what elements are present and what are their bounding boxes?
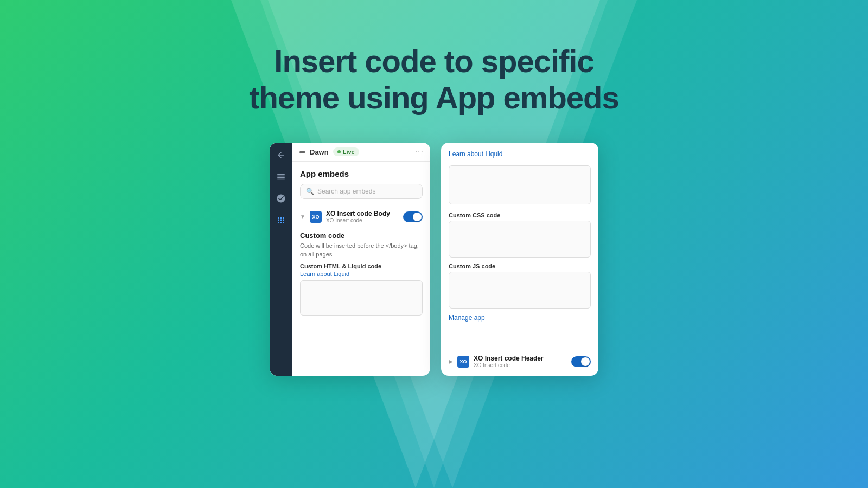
dots-menu[interactable]: ··· bbox=[415, 147, 424, 157]
theme-name: Dawn bbox=[310, 148, 329, 156]
liquid-code-area[interactable] bbox=[449, 165, 591, 204]
card-header: ⬅ Dawn Live ··· bbox=[292, 143, 430, 162]
live-badge: Live bbox=[333, 147, 359, 156]
custom-code-desc: Code will be inserted before the </body>… bbox=[300, 242, 423, 259]
sidebar bbox=[270, 143, 292, 376]
css-label: Custom CSS code bbox=[449, 212, 591, 219]
learn-liquid-link[interactable]: Learn about Liquid bbox=[300, 271, 423, 277]
cards-container: ⬅ Dawn Live ··· App embeds 🔍 Search app … bbox=[270, 143, 598, 376]
main-heading: Insert code to specific theme using App … bbox=[249, 43, 619, 115]
app-embeds-title: App embeds bbox=[300, 169, 423, 178]
top-learn-liquid-link[interactable]: Learn about Liquid bbox=[449, 150, 591, 158]
search-bar[interactable]: 🔍 Search app embeds bbox=[300, 184, 423, 199]
bottom-chevron-icon: ▶ bbox=[449, 358, 453, 364]
embed-app-icon: XO bbox=[310, 211, 322, 223]
custom-html-label: Custom HTML & Liquid code bbox=[300, 263, 423, 269]
embed-name: XO Insert code Body bbox=[326, 210, 399, 217]
live-dot bbox=[337, 150, 341, 153]
bottom-embed-app-icon: XO bbox=[457, 356, 469, 368]
manage-app-link[interactable]: Manage app bbox=[449, 314, 591, 322]
left-card-content: App embeds 🔍 Search app embeds ▼ XO XO I… bbox=[292, 162, 430, 376]
js-label: Custom JS code bbox=[449, 263, 591, 269]
search-placeholder: Search app embeds bbox=[317, 188, 375, 195]
sidebar-layout-icon[interactable] bbox=[275, 171, 287, 183]
bottom-embed-sub: XO Insert code bbox=[474, 362, 567, 368]
sidebar-back-icon[interactable] bbox=[275, 149, 287, 161]
js-code-block: Custom JS code bbox=[449, 263, 591, 309]
search-icon: 🔍 bbox=[306, 188, 314, 195]
embed-item-body[interactable]: ▼ XO XO Insert code Body XO Insert code bbox=[300, 207, 423, 227]
embed-toggle[interactable] bbox=[403, 211, 423, 222]
custom-code-section: Custom code Code will be inserted before… bbox=[300, 232, 423, 316]
bottom-embed-name: XO Insert code Header bbox=[474, 355, 567, 362]
bottom-embed-toggle[interactable] bbox=[571, 356, 591, 367]
custom-code-title: Custom code bbox=[300, 232, 423, 240]
html-liquid-textarea[interactable] bbox=[300, 280, 423, 316]
right-card: Learn about Liquid Custom CSS code Custo… bbox=[441, 143, 598, 376]
embed-chevron-icon: ▼ bbox=[300, 214, 305, 220]
css-textarea[interactable] bbox=[449, 221, 591, 258]
back-icon: ⬅ bbox=[299, 147, 305, 156]
embed-sub: XO Insert code bbox=[326, 217, 399, 223]
sidebar-customize-icon[interactable] bbox=[275, 192, 287, 204]
bottom-embed-row[interactable]: ▶ XO XO Insert code Header XO Insert cod… bbox=[449, 350, 591, 368]
js-textarea[interactable] bbox=[449, 272, 591, 309]
css-code-block: Custom CSS code bbox=[449, 212, 591, 258]
bottom-embed-info: XO Insert code Header XO Insert code bbox=[474, 355, 567, 368]
left-card-main: ⬅ Dawn Live ··· App embeds 🔍 Search app … bbox=[292, 143, 430, 376]
left-card: ⬅ Dawn Live ··· App embeds 🔍 Search app … bbox=[270, 143, 430, 376]
sidebar-apps-icon[interactable] bbox=[275, 214, 287, 226]
embed-info: XO Insert code Body XO Insert code bbox=[326, 210, 399, 223]
